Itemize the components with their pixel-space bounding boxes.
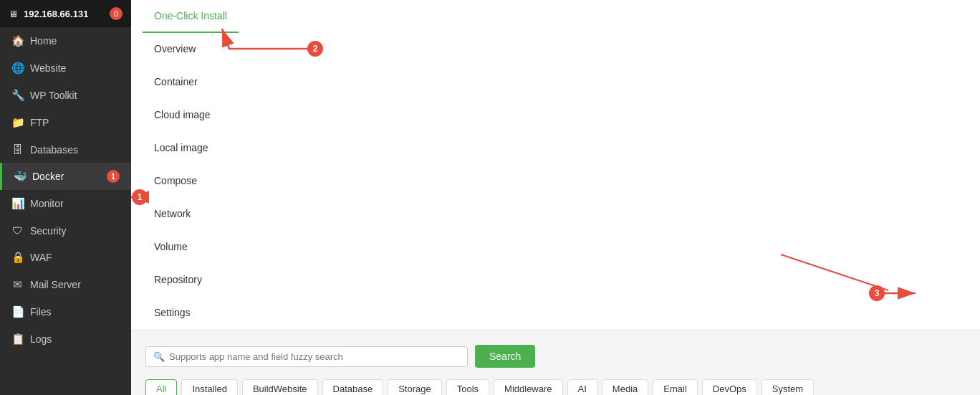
mail-server-icon: ✉ xyxy=(11,278,23,291)
main-content: One-Click InstallOverviewContainerCloud … xyxy=(131,0,980,395)
filter-storage[interactable]: Storage xyxy=(388,379,442,395)
tab-overview[interactable]: Overview xyxy=(143,33,239,66)
tab-local-image[interactable]: Local image xyxy=(143,132,239,165)
sidebar-item-label: Website xyxy=(30,62,66,74)
security-icon: 🛡 xyxy=(11,224,23,237)
sidebar-item-waf[interactable]: 🔒 WAF xyxy=(0,244,131,271)
sidebar: 🖥 192.168.66.131 0 🏠 Home 🌐 Website 🔧 WP… xyxy=(0,0,131,395)
filter-installed[interactable]: Installed xyxy=(181,379,237,395)
filter-ai[interactable]: AI xyxy=(567,379,597,395)
filter-tools[interactable]: Tools xyxy=(446,379,489,395)
sidebar-item-label: Logs xyxy=(30,333,52,345)
tab-one-click-install[interactable]: One-Click Install xyxy=(143,0,239,33)
content-area: 🔍 Search AllInstalledBuildWebsiteDatabas… xyxy=(131,330,980,395)
sidebar-item-label: Files xyxy=(30,306,52,318)
sidebar-item-label: WP Toolkit xyxy=(30,90,77,101)
sidebar-item-security[interactable]: 🛡 Security xyxy=(0,217,131,244)
tab-compose[interactable]: Compose xyxy=(143,165,239,198)
sidebar-nav: 🏠 Home 🌐 Website 🔧 WP Toolkit 📁 FTP 🗄 Da… xyxy=(0,27,131,353)
sidebar-item-docker[interactable]: 🐳 Docker 1 xyxy=(0,163,131,190)
files-icon: 📄 xyxy=(11,305,23,318)
sidebar-item-mail-server[interactable]: ✉ Mail Server xyxy=(0,271,131,298)
sidebar-item-label: Security xyxy=(30,225,67,237)
tab-volume[interactable]: Volume xyxy=(143,231,239,264)
sidebar-item-website[interactable]: 🌐 Website xyxy=(0,54,131,82)
ip-address: 192.168.66.131 xyxy=(24,9,88,19)
filter-build-website[interactable]: BuildWebsite xyxy=(242,379,318,395)
sidebar-header: 🖥 192.168.66.131 0 xyxy=(0,0,131,27)
search-row: 🔍 Search xyxy=(145,345,966,368)
sidebar-item-databases[interactable]: 🗄 Databases xyxy=(0,136,131,163)
sidebar-item-wp-toolkit[interactable]: 🔧 WP Toolkit xyxy=(0,82,131,109)
tab-network[interactable]: Network xyxy=(143,198,239,231)
databases-icon: 🗄 xyxy=(11,143,23,156)
notification-badge: 0 xyxy=(110,7,123,20)
sidebar-item-ftp[interactable]: 📁 FTP xyxy=(0,109,131,136)
search-input-wrap: 🔍 xyxy=(145,346,468,367)
tab-repository[interactable]: Repository xyxy=(143,264,239,297)
sidebar-item-label: FTP xyxy=(30,117,49,128)
sidebar-item-label: Home xyxy=(30,35,57,47)
sidebar-item-label: Databases xyxy=(30,144,78,156)
top-nav: One-Click InstallOverviewContainerCloud … xyxy=(131,0,980,330)
filter-all[interactable]: All xyxy=(145,379,177,395)
sidebar-item-label: Monitor xyxy=(30,198,64,209)
docker-icon: 🐳 xyxy=(14,170,25,183)
tab-settings[interactable]: Settings xyxy=(143,297,239,330)
ftp-icon: 📁 xyxy=(11,116,23,129)
monitor-icon: 📊 xyxy=(11,197,23,210)
home-icon: 🏠 xyxy=(11,34,23,47)
filter-tabs: AllInstalledBuildWebsiteDatabaseStorageT… xyxy=(145,379,966,395)
filter-middleware[interactable]: Middleware xyxy=(494,379,562,395)
filter-media[interactable]: Media xyxy=(602,379,648,395)
sidebar-item-logs[interactable]: 📋 Logs xyxy=(0,325,131,353)
sidebar-item-home[interactable]: 🏠 Home xyxy=(0,27,131,54)
docker-badge: 1 xyxy=(107,170,120,183)
filter-devops[interactable]: DevOps xyxy=(702,379,757,395)
sidebar-item-label: WAF xyxy=(30,252,52,263)
tab-cloud-image[interactable]: Cloud image xyxy=(143,99,239,132)
sidebar-item-files[interactable]: 📄 Files xyxy=(0,298,131,325)
search-button[interactable]: Search xyxy=(475,345,535,368)
website-icon: 🌐 xyxy=(11,62,23,75)
monitor-icon: 🖥 xyxy=(9,9,18,19)
nav-tabs: One-Click InstallOverviewContainerCloud … xyxy=(143,0,239,330)
sidebar-item-monitor[interactable]: 📊 Monitor xyxy=(0,190,131,217)
wp-toolkit-icon: 🔧 xyxy=(11,89,23,102)
filter-system[interactable]: System xyxy=(762,379,814,395)
sidebar-item-label: Docker xyxy=(32,171,64,182)
search-icon: 🔍 xyxy=(153,351,165,362)
sidebar-item-label: Mail Server xyxy=(30,279,81,290)
tab-container[interactable]: Container xyxy=(143,66,239,99)
filter-database[interactable]: Database xyxy=(322,379,384,395)
waf-icon: 🔒 xyxy=(11,251,23,264)
filter-email[interactable]: Email xyxy=(653,379,698,395)
logs-icon: 📋 xyxy=(11,333,23,346)
search-input[interactable] xyxy=(169,351,460,362)
